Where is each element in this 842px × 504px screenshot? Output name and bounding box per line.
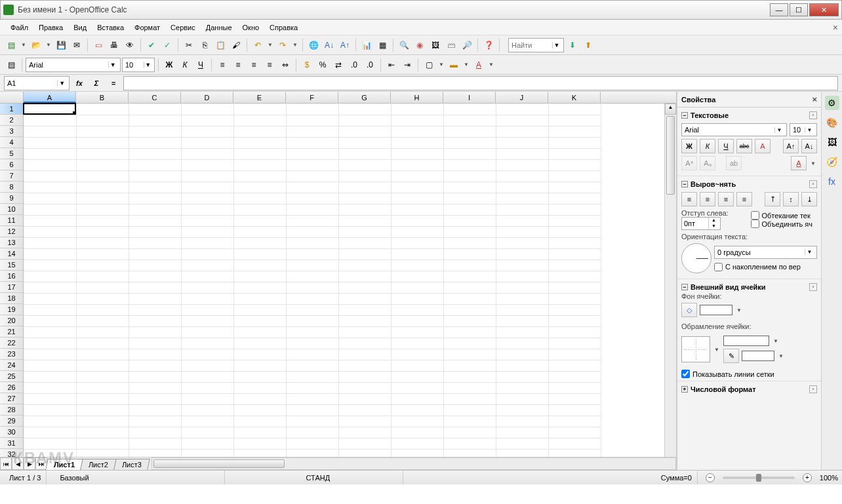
gridlines-checkbox[interactable]: Показывать линии сетки [681,370,817,378]
inc-indent-icon[interactable]: ⇥ [400,58,414,72]
standard-format-icon[interactable]: ⇄ [331,58,346,72]
navigator-icon[interactable]: ◉ [412,38,427,52]
styles-tab-icon[interactable]: 🎨 [825,115,839,130]
sb-fontcolor-icon[interactable]: A [755,139,771,153]
open-icon[interactable]: 📂 [29,38,43,52]
sb-align-right-icon[interactable]: ≡ [718,192,734,206]
name-box[interactable]: ▼ [4,76,70,90]
percent-icon[interactable]: % [315,58,330,72]
sb-align-justify-icon[interactable]: ≡ [736,192,752,206]
orientation-dial[interactable] [681,243,712,273]
minimize-button[interactable]: — [770,3,788,16]
sb-font-size-dropdown-icon[interactable]: ▼ [805,127,814,133]
spellcheck-icon[interactable]: ✔ [144,38,159,52]
border-style-dropdown-icon[interactable]: ▼ [772,338,780,344]
expand-icon[interactable]: + [681,386,688,393]
align-left-icon[interactable]: ≡ [215,58,230,72]
bgcolor-dropdown-icon[interactable]: ▼ [462,62,470,68]
text-section-header[interactable]: − Текстовые ▫ [681,110,817,121]
column-header[interactable]: D [181,92,233,103]
undo-icon[interactable]: ↶ [251,38,265,52]
row-header[interactable]: 15 [0,260,23,271]
sb-underline-button[interactable]: Ч [718,139,734,153]
menu-help[interactable]: Справка [264,22,303,33]
redo-icon[interactable]: ↷ [275,38,290,52]
border-color-icon[interactable]: ✎ [723,349,739,363]
row-header[interactable]: 27 [0,393,23,404]
zoom-percent[interactable]: 100% [820,474,838,482]
font-name-input[interactable] [29,61,108,69]
row-header[interactable]: 13 [0,237,23,248]
name-box-dropdown-icon[interactable]: ▼ [57,80,66,87]
indent-spinner[interactable]: ▲▼ [681,217,721,230]
sb-align-center-icon[interactable]: ≡ [700,192,715,206]
sheet-tab[interactable]: Лист2 [80,459,117,470]
zoom-slider[interactable] [723,476,795,479]
font-size-dropdown-icon[interactable]: ▼ [144,62,151,68]
tab-first-icon[interactable]: ⏮ [0,457,12,470]
status-sum[interactable]: Сумма=0 [411,471,697,484]
datasource-icon[interactable]: 🗃 [444,38,458,52]
row-header[interactable]: 2 [0,115,23,126]
border-preview[interactable] [681,336,710,362]
sb-italic-button[interactable]: К [700,139,715,153]
status-style[interactable]: Базовый [54,471,225,484]
preview-icon[interactable]: 👁 [123,38,137,52]
search-down-icon[interactable]: ⬇ [565,38,580,52]
menu-window[interactable]: Окно [237,22,265,33]
border-dropdown-icon[interactable]: ▼ [713,347,721,353]
gallery-tab-icon[interactable]: 🖼 [825,135,839,149]
sb-align-left-icon[interactable]: ≡ [681,192,697,206]
scroll-up-icon[interactable]: ▲ [665,104,676,115]
italic-button[interactable]: К [178,58,192,72]
number-section-header[interactable]: + Числовой формат ▫ [681,384,817,395]
new-icon[interactable]: ▤ [4,38,18,52]
email-icon[interactable]: ✉ [70,38,84,52]
row-header[interactable]: 6 [0,159,23,170]
sidebar-close-icon[interactable]: × [812,94,817,104]
new-dropdown-icon[interactable]: ▼ [20,42,28,48]
document-close-icon[interactable]: × [833,22,838,33]
menu-view[interactable]: Вид [68,22,92,33]
sb-valign-top-icon[interactable]: ⤒ [765,192,780,206]
column-header[interactable]: I [443,92,496,103]
row-header[interactable]: 28 [0,404,23,416]
del-decimal-icon[interactable]: .0 [363,58,377,72]
save-icon[interactable]: 💾 [54,38,68,52]
pdf-icon[interactable]: ▭ [91,38,106,52]
sb-bold-button[interactable]: Ж [681,139,697,153]
close-button[interactable]: ✕ [809,3,839,16]
select-all-corner[interactable] [0,92,24,103]
row-header[interactable]: 8 [0,182,23,193]
formula-input[interactable] [123,76,838,90]
row-header[interactable]: 7 [0,170,23,182]
sum-button[interactable]: Σ [89,76,104,90]
zoom-in-button[interactable]: + [803,473,812,482]
format-paint-icon[interactable]: 🖌 [229,38,243,52]
font-size-input[interactable] [125,61,144,69]
collapse-icon[interactable]: − [681,112,688,119]
column-header[interactable]: H [391,92,443,103]
functions-tab-icon[interactable]: fx [825,174,839,189]
column-header[interactable]: G [338,92,391,103]
bg-color-picker[interactable] [700,305,732,315]
search-up-icon[interactable]: ⬆ [581,38,595,52]
orientation-dropdown-icon[interactable]: ▼ [805,249,814,255]
row-header[interactable]: 20 [0,315,23,326]
gallery-icon[interactable]: 🖼 [428,38,443,52]
row-header[interactable]: 1 [0,104,23,115]
align-justify-icon[interactable]: ≡ [262,58,277,72]
menu-file[interactable]: Файл [5,22,33,33]
borders-icon[interactable]: ▢ [422,58,436,72]
menu-insert[interactable]: Вставка [92,22,129,33]
cut-icon[interactable]: ✂ [182,38,196,52]
toggle-grid-icon[interactable]: ▦ [375,38,390,52]
wrap-checkbox[interactable]: Обтекание тек [751,211,818,220]
bold-button[interactable]: Ж [162,58,176,72]
properties-tab-icon[interactable]: ⚙ [825,96,839,110]
align-section-more-icon[interactable]: ▫ [809,180,817,188]
sheet-tab[interactable]: Лист1 [45,459,83,470]
autocheck-icon[interactable]: ✓ [160,38,174,52]
vscroll-thumb[interactable] [666,116,675,195]
paste-icon[interactable]: 📋 [213,38,228,52]
